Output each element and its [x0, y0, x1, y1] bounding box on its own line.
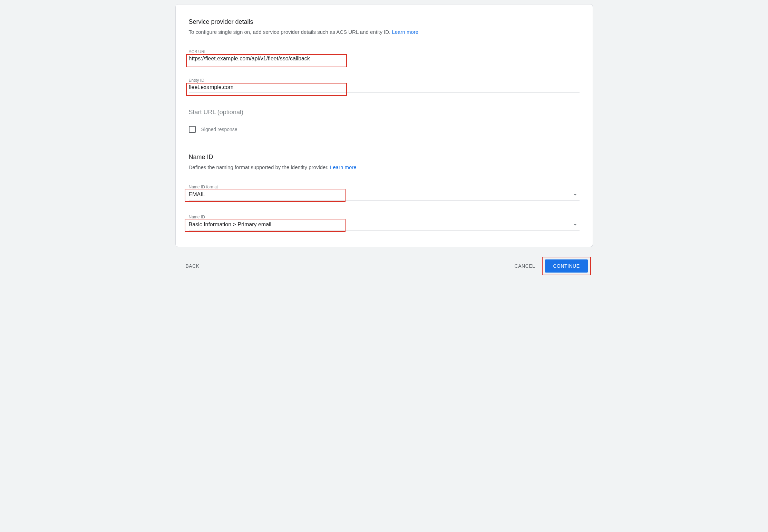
- signed-response-checkbox[interactable]: [189, 126, 196, 133]
- nameid-field: Name ID Basic Information > Primary emai…: [189, 215, 580, 231]
- button-row: Back Cancel Continue: [175, 259, 593, 273]
- continue-button[interactable]: Continue: [545, 259, 588, 273]
- chevron-down-icon: [573, 224, 577, 226]
- acs-url-label: ACS URL: [189, 49, 580, 54]
- entity-id-label: Entity ID: [189, 78, 580, 83]
- chevron-down-icon: [573, 194, 577, 196]
- entity-id-value: fleet.example.com: [189, 84, 234, 90]
- continue-highlight: Continue: [545, 259, 588, 273]
- entity-id-field: Entity ID fleet.example.com: [189, 78, 580, 93]
- service-provider-card: Service provider details To configure si…: [175, 4, 593, 247]
- back-button[interactable]: Back: [180, 260, 205, 272]
- cancel-button[interactable]: Cancel: [509, 260, 541, 272]
- signed-response-row: Signed response: [189, 126, 580, 133]
- signed-response-label: Signed response: [201, 127, 237, 132]
- right-buttons: Cancel Continue: [509, 259, 588, 273]
- nameid-desc-text: Defines the naming format supported by t…: [189, 164, 330, 170]
- acs-url-value: https://fleet.example.com/api/v1/fleet/s…: [189, 56, 310, 61]
- section-desc-sp: To configure single sign on, add service…: [189, 29, 580, 35]
- sp-desc-text: To configure single sign on, add service…: [189, 29, 392, 35]
- start-url-input[interactable]: Start URL (optional): [189, 107, 580, 119]
- nameid-value: Basic Information > Primary email: [189, 221, 272, 228]
- section-title-nameid: Name ID: [189, 154, 580, 161]
- section-desc-nameid: Defines the naming format supported by t…: [189, 164, 580, 170]
- nameid-format-label: Name ID format: [189, 185, 580, 189]
- nameid-format-field: Name ID format EMAIL: [189, 185, 580, 201]
- nameid-format-select[interactable]: EMAIL: [189, 191, 580, 201]
- entity-id-input-wrap[interactable]: fleet.example.com: [189, 84, 580, 93]
- nameid-label: Name ID: [189, 215, 580, 219]
- nameid-select[interactable]: Basic Information > Primary email: [189, 221, 580, 231]
- nameid-format-value: EMAIL: [189, 191, 205, 198]
- acs-url-input-wrap[interactable]: https://fleet.example.com/api/v1/fleet/s…: [189, 56, 580, 64]
- section-title-sp: Service provider details: [189, 18, 580, 26]
- learn-more-nameid-link[interactable]: Learn more: [330, 164, 357, 170]
- acs-url-field: ACS URL https://fleet.example.com/api/v1…: [189, 49, 580, 64]
- learn-more-sp-link[interactable]: Learn more: [392, 29, 418, 35]
